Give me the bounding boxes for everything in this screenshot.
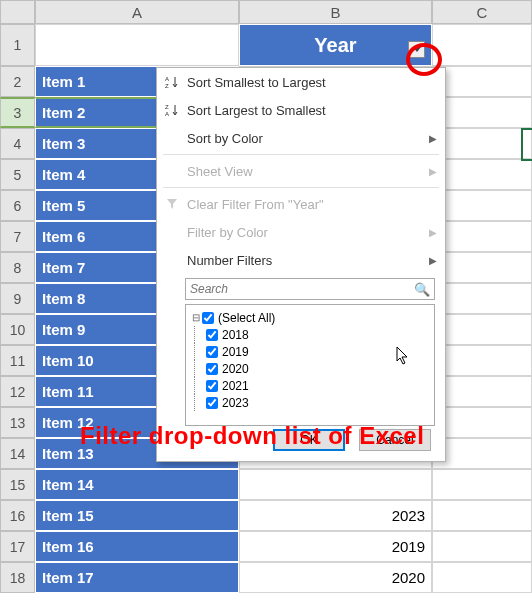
row-header-14[interactable]: 14 [0, 438, 35, 469]
cell-b15[interactable] [239, 469, 432, 500]
svg-text:A: A [165, 111, 169, 117]
row-header-8[interactable]: 8 [0, 252, 35, 283]
cell-c17[interactable] [432, 531, 532, 562]
select-all-corner[interactable] [0, 0, 35, 24]
option-checkbox[interactable] [206, 363, 218, 375]
clear-filter-label: Clear Filter From "Year" [187, 197, 437, 212]
clear-filter-icon [161, 197, 183, 211]
submenu-arrow-icon: ▶ [429, 133, 437, 144]
separator [163, 187, 439, 188]
row-header-12[interactable]: 12 [0, 376, 35, 407]
cell-c12[interactable] [432, 376, 532, 407]
col-header-b[interactable]: B [239, 0, 432, 24]
year-header-cell[interactable]: Year [239, 24, 432, 66]
filter-option[interactable]: 2023 [192, 394, 428, 411]
row-header-16[interactable]: 16 [0, 500, 35, 531]
cell-c7[interactable] [432, 221, 532, 252]
sort-desc-icon: ZA [161, 103, 183, 117]
option-checkbox[interactable] [206, 329, 218, 341]
cell-b18[interactable]: 2020 [239, 562, 432, 593]
option-label: 2023 [222, 396, 249, 410]
svg-text:Z: Z [165, 104, 169, 110]
option-checkbox[interactable] [206, 380, 218, 392]
cell-c13[interactable] [432, 407, 532, 438]
cell-c15[interactable] [432, 469, 532, 500]
select-all-option[interactable]: ⊟ (Select All) [192, 309, 428, 326]
option-checkbox[interactable] [206, 346, 218, 358]
sort-descending-item[interactable]: ZA Sort Largest to Smallest [157, 96, 445, 124]
cell-c3[interactable] [432, 97, 532, 128]
submenu-arrow-icon: ▶ [429, 166, 437, 177]
row-header-7[interactable]: 7 [0, 221, 35, 252]
row-15: 15 Item 14 [0, 469, 532, 500]
cell-c14[interactable] [432, 438, 532, 469]
filter-search-input[interactable] [190, 282, 414, 296]
row-header-5[interactable]: 5 [0, 159, 35, 190]
row-header-4[interactable]: 4 [0, 128, 35, 159]
cell-c5[interactable] [432, 159, 532, 190]
filter-search-box[interactable]: 🔍 [185, 278, 435, 300]
cell-a17[interactable]: Item 16 [35, 531, 239, 562]
number-filters-item[interactable]: Number Filters ▶ [157, 246, 445, 274]
select-all-checkbox[interactable] [202, 312, 214, 324]
cell-a1[interactable] [35, 24, 239, 66]
row-header-13[interactable]: 13 [0, 407, 35, 438]
cell-c10[interactable] [432, 314, 532, 345]
cell-c16[interactable] [432, 500, 532, 531]
row-header-10[interactable]: 10 [0, 314, 35, 345]
cell-c1[interactable] [432, 24, 532, 66]
svg-text:Z: Z [165, 83, 169, 89]
row-header-1[interactable]: 1 [0, 24, 35, 66]
sort-asc-icon: AZ [161, 75, 183, 89]
filter-color-label: Filter by Color [187, 225, 429, 240]
cell-b17[interactable]: 2019 [239, 531, 432, 562]
filter-option[interactable]: 2021 [192, 377, 428, 394]
filter-option[interactable]: 2020 [192, 360, 428, 377]
filter-dropdown-button[interactable] [408, 41, 425, 58]
cell-c9[interactable] [432, 283, 532, 314]
row-header-15[interactable]: 15 [0, 469, 35, 500]
svg-marker-0 [413, 47, 421, 52]
cell-a15[interactable]: Item 14 [35, 469, 239, 500]
cell-a18[interactable]: Item 17 [35, 562, 239, 593]
submenu-arrow-icon: ▶ [429, 227, 437, 238]
row-header-11[interactable]: 11 [0, 345, 35, 376]
row-18: 18 Item 17 2020 [0, 562, 532, 593]
sort-by-color-item[interactable]: Sort by Color ▶ [157, 124, 445, 152]
row-header-18[interactable]: 18 [0, 562, 35, 593]
cell-a16[interactable]: Item 15 [35, 500, 239, 531]
cell-c8[interactable] [432, 252, 532, 283]
sort-ascending-item[interactable]: AZ Sort Smallest to Largest [157, 68, 445, 96]
submenu-arrow-icon: ▶ [429, 255, 437, 266]
cell-b16[interactable]: 2023 [239, 500, 432, 531]
row-header-17[interactable]: 17 [0, 531, 35, 562]
cell-c4[interactable] [432, 128, 532, 159]
filter-values-tree[interactable]: ⊟ (Select All) 2018 2019 2020 2021 2023 [185, 304, 435, 426]
sort-asc-label: Sort Smallest to Largest [187, 75, 437, 90]
cell-c6[interactable] [432, 190, 532, 221]
cell-c18[interactable] [432, 562, 532, 593]
col-header-c[interactable]: C [432, 0, 532, 24]
select-all-label: (Select All) [218, 311, 275, 325]
spreadsheet: A B C 1 Year 2 Item 1 3 Item 2 [0, 0, 532, 611]
filter-option[interactable]: 2018 [192, 326, 428, 343]
option-checkbox[interactable] [206, 397, 218, 409]
cell-c11[interactable] [432, 345, 532, 376]
separator [163, 154, 439, 155]
sheet-view-label: Sheet View [187, 164, 429, 179]
row-header-6[interactable]: 6 [0, 190, 35, 221]
column-headers: A B C [0, 0, 532, 24]
filter-by-color-item: Filter by Color ▶ [157, 218, 445, 246]
filter-option[interactable]: 2019 [192, 343, 428, 360]
row-header-9[interactable]: 9 [0, 283, 35, 314]
row-header-2[interactable]: 2 [0, 66, 35, 97]
option-label: 2020 [222, 362, 249, 376]
svg-text:A: A [165, 76, 169, 82]
year-header-label: Year [314, 34, 356, 57]
row-header-3[interactable]: 3 [0, 97, 35, 128]
clear-filter-item: Clear Filter From "Year" [157, 190, 445, 218]
cell-c2[interactable] [432, 66, 532, 97]
annotation-caption: Filter drop-down list of Excel [80, 422, 424, 450]
search-icon: 🔍 [414, 282, 430, 297]
col-header-a[interactable]: A [35, 0, 239, 24]
